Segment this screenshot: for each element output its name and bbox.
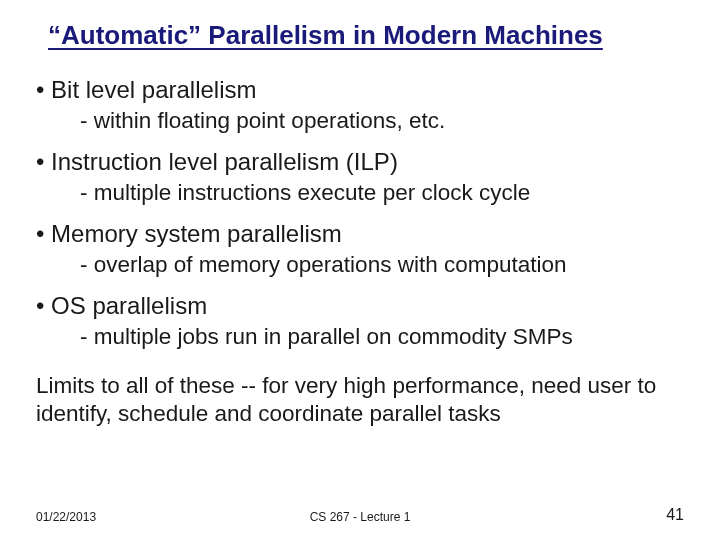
slide-body: • Bit level parallelism - within floatin… <box>36 62 684 428</box>
bullet-4-sub: - multiple jobs run in parallel on commo… <box>80 324 684 350</box>
bullet-2: • Instruction level parallelism (ILP) <box>36 148 684 176</box>
bullet-1-sub-text: within floating point operations, etc. <box>94 108 445 133</box>
bullet-1-text: Bit level parallelism <box>51 76 256 103</box>
bullet-4-text: OS parallelism <box>51 292 207 319</box>
bullet-3: • Memory system parallelism <box>36 220 684 248</box>
bullet-1: • Bit level parallelism <box>36 76 684 104</box>
bullet-4: • OS parallelism <box>36 292 684 320</box>
bullet-4-sub-text: multiple jobs run in parallel on commodi… <box>94 324 573 349</box>
bullet-2-sub-text: multiple instructions execute per clock … <box>94 180 530 205</box>
footer-page: 41 <box>666 506 684 524</box>
bullet-2-sub: - multiple instructions execute per cloc… <box>80 180 684 206</box>
footer-center: CS 267 - Lecture 1 <box>36 510 684 524</box>
bullet-3-sub: - overlap of memory operations with comp… <box>80 252 684 278</box>
slide-title: “Automatic” Parallelism in Modern Machin… <box>48 20 680 51</box>
bullet-2-text: Instruction level parallelism (ILP) <box>51 148 398 175</box>
bullet-3-text: Memory system parallelism <box>51 220 342 247</box>
closing-text: Limits to all of these -- for very high … <box>36 372 684 428</box>
bullet-3-sub-text: overlap of memory operations with comput… <box>94 252 567 277</box>
bullet-1-sub: - within floating point operations, etc. <box>80 108 684 134</box>
slide: “Automatic” Parallelism in Modern Machin… <box>0 0 720 540</box>
